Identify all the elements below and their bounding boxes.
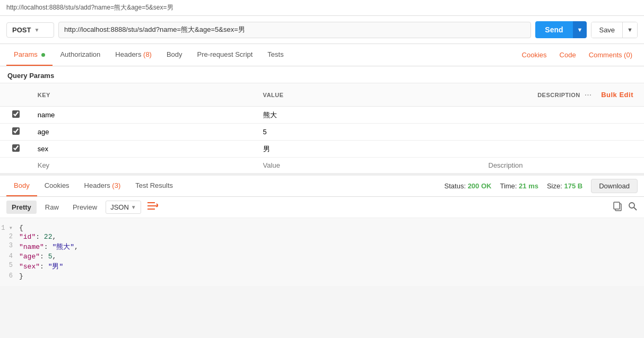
tab-authorization[interactable]: Authorization bbox=[53, 44, 108, 66]
copy-icon bbox=[613, 202, 623, 211]
top-url-text: http://localhost:8888/stu/s/add?name=熊大&… bbox=[6, 4, 173, 11]
row3-check-cell bbox=[0, 141, 32, 158]
row2-value-cell[interactable] bbox=[258, 124, 483, 141]
row1-key-input[interactable] bbox=[38, 111, 253, 119]
query-params-table: KEY VALUE DESCRIPTION ··· Bulk Edit bbox=[0, 83, 644, 174]
save-button[interactable]: Save bbox=[591, 22, 622, 38]
size-value: 175 B bbox=[564, 182, 582, 190]
response-tab-test-results[interactable]: Test Results bbox=[128, 176, 180, 196]
placeholder-value[interactable] bbox=[258, 158, 483, 174]
tab-tests[interactable]: Tests bbox=[260, 44, 291, 66]
tab-params[interactable]: Params bbox=[6, 44, 53, 66]
row2-key-input[interactable] bbox=[38, 128, 253, 136]
row1-key-cell[interactable] bbox=[32, 107, 258, 124]
top-url-bar: http://localhost:8888/stu/s/add?name=熊大&… bbox=[0, 0, 644, 16]
table-row bbox=[0, 107, 644, 124]
row2-key-cell[interactable] bbox=[32, 124, 258, 141]
response-tab-body[interactable]: Body bbox=[6, 176, 37, 196]
params-active-dot bbox=[41, 53, 45, 57]
svg-line-6 bbox=[634, 207, 637, 210]
save-btn-group: Save ▼ bbox=[591, 22, 638, 38]
preview-tab[interactable]: Preview bbox=[67, 201, 102, 214]
table-row bbox=[0, 124, 644, 141]
response-tab-headers[interactable]: Headers (3) bbox=[77, 176, 128, 196]
right-tabs: Cookies Code Comments (0) bbox=[517, 45, 638, 65]
toolbar-right bbox=[613, 202, 638, 213]
wrap-button[interactable] bbox=[144, 200, 161, 214]
response-meta: Status: 200 OK Time: 21 ms Size: 175 B D… bbox=[445, 179, 638, 193]
code-line-2: 2 "id": 22, bbox=[0, 232, 644, 241]
time-value: 21 ms bbox=[519, 182, 538, 190]
svg-rect-2 bbox=[147, 209, 155, 210]
code-line-6: 6 } bbox=[0, 272, 644, 281]
tab-code-right[interactable]: Code bbox=[554, 45, 581, 65]
new-desc-input[interactable] bbox=[489, 161, 639, 169]
row3-key-input[interactable] bbox=[38, 145, 253, 153]
request-tabs-row: Params Authorization Headers (8) Body Pr… bbox=[0, 44, 644, 66]
size-label: Size: 175 B bbox=[547, 182, 582, 190]
code-area: 1 ▾ { 2 "id": 22, 3 "name": "熊大", 4 "age… bbox=[0, 218, 644, 286]
row2-value-input[interactable] bbox=[263, 128, 478, 136]
query-params-title: Query Params bbox=[0, 66, 644, 83]
raw-tab[interactable]: Raw bbox=[40, 201, 64, 214]
request-bar: POST ▼ Send ▼ Save ▼ bbox=[0, 16, 644, 44]
row2-desc-cell[interactable] bbox=[483, 124, 645, 141]
row3-value-cell[interactable] bbox=[258, 141, 483, 158]
send-dropdown-button[interactable]: ▼ bbox=[573, 21, 587, 38]
download-button[interactable]: Download bbox=[591, 179, 638, 193]
th-key: KEY bbox=[32, 83, 258, 107]
status-label: Status: 200 OK bbox=[445, 182, 492, 190]
tab-body[interactable]: Body bbox=[159, 44, 190, 66]
status-value: 200 OK bbox=[468, 182, 492, 190]
tab-prerequest[interactable]: Pre-request Script bbox=[190, 44, 260, 66]
code-line-4: 4 "age": 5, bbox=[0, 252, 644, 261]
tab-headers[interactable]: Headers (8) bbox=[108, 44, 159, 66]
th-description: DESCRIPTION ··· Bulk Edit bbox=[483, 83, 645, 107]
send-button[interactable]: Send bbox=[535, 21, 572, 38]
response-tab-cookies[interactable]: Cookies bbox=[37, 176, 77, 196]
table-row bbox=[0, 141, 644, 158]
method-selector[interactable]: POST ▼ bbox=[6, 22, 54, 38]
search-icon bbox=[628, 202, 638, 211]
method-chevron-icon: ▼ bbox=[34, 27, 39, 33]
th-checkbox-col bbox=[0, 83, 32, 107]
response-tabs-row: Body Cookies Headers (3) Test Results St… bbox=[0, 175, 644, 197]
pretty-tab[interactable]: Pretty bbox=[6, 201, 37, 214]
code-line-5: 5 "sex": "男" bbox=[0, 261, 644, 272]
placeholder-row bbox=[0, 158, 644, 174]
new-value-input[interactable] bbox=[263, 161, 478, 169]
copy-button[interactable] bbox=[613, 202, 623, 213]
code-toolbar: Pretty Raw Preview JSON ▼ bbox=[0, 197, 644, 218]
svg-rect-0 bbox=[147, 202, 155, 203]
tab-comments-right[interactable]: Comments (0) bbox=[584, 45, 638, 65]
row1-value-input[interactable] bbox=[263, 111, 478, 119]
row2-check-cell bbox=[0, 124, 32, 141]
row1-desc-cell[interactable] bbox=[483, 107, 645, 124]
search-button[interactable] bbox=[628, 202, 638, 213]
row3-key-cell[interactable] bbox=[32, 141, 258, 158]
code-line-3: 3 "name": "熊大", bbox=[0, 241, 644, 252]
save-dropdown-button[interactable]: ▼ bbox=[622, 22, 637, 38]
more-options-button[interactable]: ··· bbox=[582, 90, 594, 100]
format-selector[interactable]: JSON ▼ bbox=[106, 201, 141, 214]
row3-checkbox[interactable] bbox=[12, 144, 20, 152]
bulk-edit-button[interactable]: Bulk Edit bbox=[596, 87, 639, 102]
svg-point-5 bbox=[629, 203, 634, 208]
placeholder-key[interactable] bbox=[32, 158, 258, 174]
url-input[interactable] bbox=[58, 22, 531, 38]
send-btn-group: Send ▼ bbox=[535, 21, 587, 38]
svg-rect-4 bbox=[614, 202, 620, 209]
placeholder-desc[interactable] bbox=[483, 158, 645, 174]
format-chevron-icon: ▼ bbox=[131, 204, 136, 210]
row3-desc-cell[interactable] bbox=[483, 141, 645, 158]
code-line-1: 1 ▾ { bbox=[0, 223, 644, 232]
time-label: Time: 21 ms bbox=[500, 182, 538, 190]
row2-checkbox[interactable] bbox=[12, 127, 20, 135]
row1-value-cell[interactable] bbox=[258, 107, 483, 124]
format-label: JSON bbox=[110, 203, 129, 211]
row3-value-input[interactable] bbox=[263, 145, 478, 153]
new-key-input[interactable] bbox=[38, 161, 253, 169]
row1-checkbox[interactable] bbox=[12, 110, 20, 118]
row1-check-cell bbox=[0, 107, 32, 124]
tab-cookies-right[interactable]: Cookies bbox=[517, 45, 552, 65]
